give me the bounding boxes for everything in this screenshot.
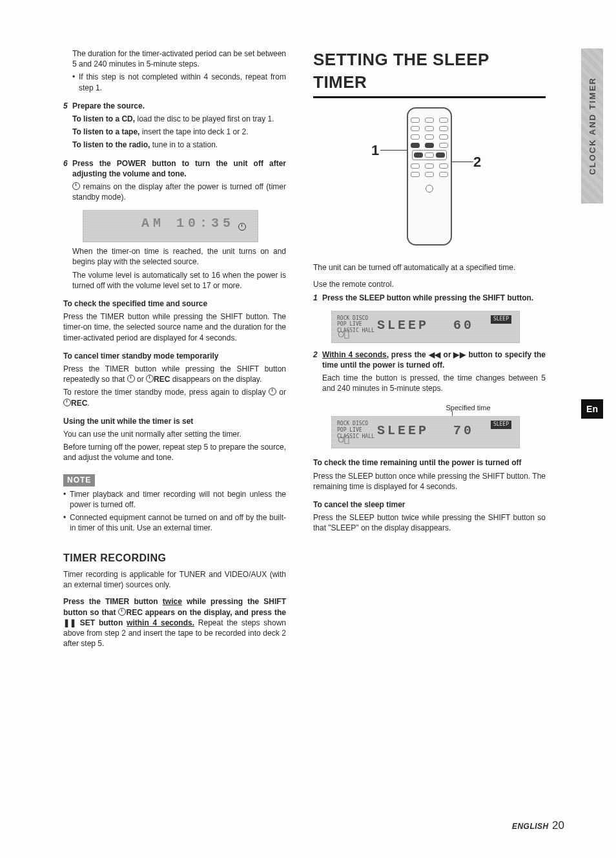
note-label: NOTE [63, 474, 95, 486]
cancel-sleep-heading: To cancel the sleep timer [313, 499, 546, 510]
specified-time-label: Specified time [391, 403, 546, 413]
sleep-step-1-num: 1 [313, 293, 322, 306]
bullet-icon: • [72, 72, 79, 95]
lcd-display-sleep-60: ROCK DISCO POP LIVE CLASSIC HALL SLEEP 6… [331, 311, 520, 343]
timer-icon [269, 388, 276, 395]
sleep-step-1-heading: Press the SLEEP button while pressing th… [322, 293, 546, 303]
step-6-heading: Press the POWER button to turn the unit … [72, 158, 286, 179]
timer-icon [72, 182, 80, 190]
cancel-standby-heading: To cancel timer standby mode temporarily [63, 351, 286, 361]
lcd-sleep-badge: SLEEP [491, 421, 511, 429]
bullet-icon: • [63, 489, 70, 512]
using-unit-p1: You can use the unit normally after sett… [63, 429, 286, 439]
timer-on-behavior: When the timer-on time is reached, the u… [63, 246, 286, 267]
lcd-cd-icon: ◯⃝ [338, 433, 349, 445]
lead-line-2 [451, 162, 473, 162]
sleep-intro: The unit can be turned off automatically… [313, 262, 546, 273]
lcd-sleep-text: SLEEP [377, 317, 429, 334]
check-time-heading: To check the specified time and source [63, 298, 286, 309]
sleep-timer-title: SETTING THE SLEEP TIMER [313, 48, 546, 98]
bullet-icon: • [63, 512, 70, 536]
step-number-6: 6 [63, 158, 72, 205]
remote-diagram: 1 2 [313, 107, 546, 256]
cancel-sleep-body: Press the SLEEP button twice while press… [313, 512, 546, 533]
lcd-display-standby: AM 10:35 [83, 210, 258, 242]
footer-page-number: 20 [552, 819, 564, 832]
note-bullet-2: Connected equipment cannot be turned on … [70, 512, 286, 533]
timer-recording-title: TIMER RECORDING [63, 551, 286, 565]
language-tab: En [581, 399, 603, 419]
timer-icon [127, 375, 135, 382]
lead-line-1 [380, 150, 407, 151]
sleep-step-2-heading: Within 4 seconds, press the ◀◀ or ▶▶ but… [322, 350, 546, 370]
callout-2: 2 [473, 152, 481, 172]
timer-recording-intro: Timer recording is applicable for TUNER … [63, 569, 286, 590]
remote-control-illustration [407, 107, 452, 246]
timer-icon [118, 608, 126, 616]
section-tab-label: CLOCK AND TIMER [588, 77, 597, 175]
step-5-radio: To listen to the radio, tune in to a sta… [72, 140, 286, 150]
sleep-step-2-num: 2 [313, 350, 322, 397]
lcd-clock-value: AM 10:35 [141, 214, 234, 232]
timer-icon [146, 375, 154, 382]
using-unit-p2: Before turning off the power, repeat ste… [63, 442, 286, 463]
left-column: The duration for the timer-activated per… [63, 48, 286, 651]
note-bullet-1: Timer playback and timer recording will … [70, 489, 286, 510]
step-5-cd: To listen to a CD, load the disc to be p… [72, 114, 286, 124]
using-unit-heading: Using the unit while the timer is set [63, 416, 286, 426]
step-5-tape: To listen to a tape, insert the tape int… [72, 127, 286, 137]
lcd-sleep-value: 60 [453, 317, 474, 334]
right-column: SETTING THE SLEEP TIMER 1 2 The unit can… [313, 48, 546, 651]
forward-icon: ▶▶ [453, 350, 466, 359]
restore-standby-body: To restore the timer standby mode, press… [63, 387, 286, 408]
check-remaining-body: Press the SLEEP button once while pressi… [313, 471, 546, 492]
step-5-heading: Prepare the source. [72, 101, 286, 111]
step-repeat-note: If this step is not completed within 4 s… [79, 72, 286, 92]
step-number-5: 5 [63, 101, 72, 153]
lcd-display-sleep-70: ROCK DISCO POP LIVE CLASSIC HALL SLEEP 7… [331, 416, 520, 448]
section-tab: CLOCK AND TIMER [581, 48, 603, 204]
lcd-cd-icon: ◯⃝ [338, 328, 349, 340]
sleep-step-2-body: Each time the button is pressed, the tim… [322, 373, 546, 393]
lcd-timer-icon [238, 221, 246, 233]
check-remaining-heading: To check the time remaining until the po… [313, 457, 546, 468]
lcd-sleep-text: SLEEP [377, 422, 429, 439]
page-footer: ENGLISH 20 [512, 819, 564, 832]
volume-auto-note: The volume level is automatically set to… [63, 270, 286, 291]
footer-language: ENGLISH [512, 822, 549, 831]
rewind-icon: ◀◀ [429, 350, 441, 359]
use-remote-note: Use the remote control. [313, 279, 546, 289]
lcd-sleep-badge: SLEEP [491, 315, 511, 324]
callout-1: 1 [371, 141, 379, 160]
language-tab-label: En [586, 404, 598, 414]
step-6-body: remains on the display after the power i… [72, 182, 286, 202]
cancel-standby-body: Press the TIMER button while pressing th… [63, 364, 286, 384]
check-time-body: Press the TIMER button while pressing th… [63, 311, 286, 343]
timer-duration-text: The duration for the timer-activated per… [63, 48, 286, 69]
pause-icon: ❚❚ [63, 618, 76, 627]
lcd-sleep-value: 70 [453, 422, 474, 439]
timer-recording-steps: Press the TIMER button twice while press… [63, 596, 286, 649]
timer-icon [63, 399, 71, 406]
